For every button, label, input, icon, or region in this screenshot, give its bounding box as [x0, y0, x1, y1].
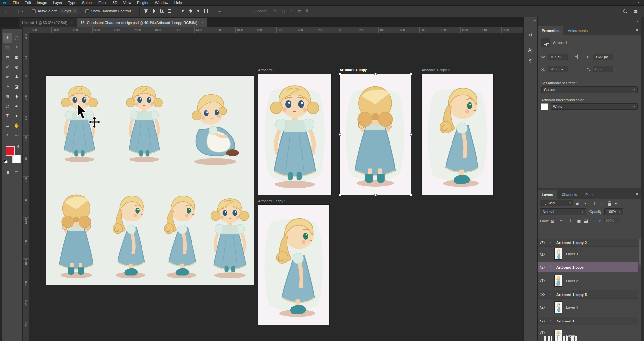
type-tool[interactable]: T: [3, 111, 12, 120]
chevron-down-icon[interactable]: ∨: [550, 293, 552, 296]
3d-roll-icon[interactable]: ◎: [279, 9, 287, 13]
filter-adjustment-layers-icon[interactable]: ◐: [582, 201, 589, 206]
lock-transparent-pixels-icon[interactable]: ▨: [549, 219, 556, 223]
link-dimensions-icon[interactable]: [574, 54, 578, 59]
artboard-label-selected[interactable]: Artboard 1 copy: [340, 68, 367, 72]
align-bottom-edges-icon[interactable]: [159, 9, 164, 13]
filter-locked-layers-icon[interactable]: [608, 203, 611, 206]
transform-handle[interactable]: [374, 73, 377, 75]
filter-smart-objects-icon[interactable]: ●: [612, 201, 619, 206]
artboard-preset-dropdown[interactable]: Custom ∨: [541, 86, 638, 93]
workspace-icon[interactable]: ▦: [632, 9, 639, 14]
canvas[interactable]: Artboard 1 Artboard 1 copy Artboard 1 co…: [29, 33, 523, 341]
brush-tool[interactable]: ✏: [3, 72, 12, 82]
object-selection-tool[interactable]: ⌖: [12, 43, 21, 52]
transform-handle[interactable]: [410, 194, 412, 196]
layer-row[interactable]: Layer 3: [538, 247, 638, 261]
align-left-edges-icon[interactable]: [180, 9, 185, 13]
menu-item[interactable]: Type: [65, 1, 79, 5]
artboard-1[interactable]: [258, 74, 331, 195]
gradient-tool[interactable]: ▧: [3, 91, 12, 101]
maximize-button[interactable]: ▢: [627, 1, 635, 4]
x-field[interactable]: 2896 px: [548, 66, 568, 72]
chevron-down-icon[interactable]: ∨: [550, 320, 552, 322]
transform-handle[interactable]: [339, 194, 341, 196]
close-icon[interactable]: ✕: [71, 21, 73, 24]
visibility-toggle[interactable]: [538, 239, 547, 246]
visibility-toggle[interactable]: [538, 262, 547, 272]
layers-scrollbar[interactable]: [639, 239, 641, 265]
lock-image-pixels-icon[interactable]: ✑: [558, 219, 565, 223]
align-vertical-centers-icon[interactable]: [152, 9, 156, 13]
move-tool-options-icon[interactable]: ✛: [15, 9, 22, 14]
horizontal-ruler[interactable]: 3000280026002400220020001800160014001200…: [29, 27, 523, 33]
opacity-dropdown[interactable]: 100% ∨: [604, 208, 623, 215]
swap-colors-icon[interactable]: ⇄: [16, 144, 20, 149]
eyedropper-tool[interactable]: ✐: [3, 62, 12, 72]
vertical-ruler[interactable]: 4002000200400600800100012001400160018002…: [23, 33, 29, 341]
pen-tool[interactable]: ✒: [12, 101, 21, 111]
chevron-down-icon[interactable]: ∨: [550, 266, 552, 269]
3d-slide-icon[interactable]: ⇄: [295, 9, 303, 13]
visibility-toggle[interactable]: [538, 317, 547, 325]
crop-tool[interactable]: ⧉: [3, 52, 12, 62]
tab-adjustments[interactable]: Adjustments: [564, 26, 592, 35]
screen-mode-icon[interactable]: ▭: [15, 170, 18, 174]
artboard-label[interactable]: Artboard 1 copy 2: [422, 68, 450, 72]
transform-handle[interactable]: [410, 133, 412, 136]
artboard-1-copy[interactable]: [340, 74, 411, 195]
hand-tool[interactable]: ✋: [12, 120, 21, 130]
width-field[interactable]: 704 px: [548, 54, 568, 60]
auto-select-checkbox[interactable]: [32, 9, 36, 13]
search-icon[interactable]: [623, 9, 626, 13]
panel-menu-icon[interactable]: ≡: [636, 192, 638, 196]
menu-item[interactable]: Filter: [95, 1, 110, 5]
layer-group-row[interactable]: ∨ Artboard 1 copy 5: [538, 290, 638, 299]
show-transform-checkbox[interactable]: [85, 9, 89, 13]
visibility-toggle[interactable]: [538, 273, 547, 288]
blend-mode-dropdown[interactable]: Normal ∨: [540, 208, 586, 215]
menu-item[interactable]: Plugins: [134, 1, 152, 5]
auto-select-dropdown[interactable]: Layer ∨: [60, 8, 78, 14]
lock-all-icon[interactable]: [584, 221, 588, 223]
zoom-tool[interactable]: ⌕: [3, 130, 12, 140]
3d-dolly-icon[interactable]: ⇅: [303, 9, 311, 13]
align-top-edges-icon[interactable]: [144, 9, 148, 13]
layer-row[interactable]: Layer 4: [538, 299, 638, 315]
transform-handle[interactable]: [410, 73, 412, 75]
document-tab-active[interactable]: 16- Consistent Character design.psd @ 40…: [77, 18, 207, 27]
tab-properties[interactable]: Properties: [538, 26, 564, 35]
dodge-tool[interactable]: ◎: [3, 101, 12, 111]
menu-item[interactable]: File: [10, 1, 22, 5]
history-brush-tool[interactable]: ✑: [3, 82, 12, 91]
transform-handle[interactable]: [339, 73, 341, 75]
chevron-down-icon[interactable]: ∨: [550, 241, 552, 244]
foreground-color-swatch[interactable]: [6, 146, 15, 156]
rectangle-tool[interactable]: ▭: [3, 120, 12, 130]
y-field[interactable]: 0 px: [593, 66, 613, 72]
lasso-tool[interactable]: ➰: [3, 43, 12, 52]
menu-item[interactable]: Layer: [50, 1, 65, 5]
visibility-toggle[interactable]: [538, 247, 547, 261]
paragraph-panel-icon[interactable]: ¶: [524, 58, 537, 64]
artboard-bg-color-dropdown[interactable]: White ∨: [551, 103, 638, 110]
visibility-toggle[interactable]: [538, 290, 547, 298]
healing-brush-tool[interactable]: ⊕: [12, 62, 21, 72]
tab-channels[interactable]: Channels: [557, 190, 581, 199]
layer-filter-dropdown[interactable]: Kind ∨: [540, 200, 573, 206]
align-horizontal-centers-icon[interactable]: [188, 9, 193, 13]
character-reference-image[interactable]: [46, 76, 254, 285]
collapse-panels-icon[interactable]: «: [534, 19, 536, 22]
path-selection-tool[interactable]: ➤: [12, 111, 21, 120]
history-panel-icon[interactable]: ↺: [524, 32, 537, 38]
artboard-1-copy-5[interactable]: [258, 205, 329, 325]
blur-tool[interactable]: ⧫: [12, 91, 21, 101]
3d-orbit-icon[interactable]: ⟲: [272, 9, 279, 13]
edit-toolbar[interactable]: ⋯: [12, 130, 21, 140]
height-field[interactable]: 1137 px: [593, 54, 613, 60]
filter-type-layers-icon[interactable]: T: [591, 201, 598, 206]
artboard-1-copy-2[interactable]: [422, 74, 493, 195]
visibility-toggle[interactable]: [538, 299, 547, 315]
panel-menu-icon[interactable]: ≡: [636, 28, 638, 32]
artboard-label[interactable]: Artboard 1: [258, 68, 275, 72]
